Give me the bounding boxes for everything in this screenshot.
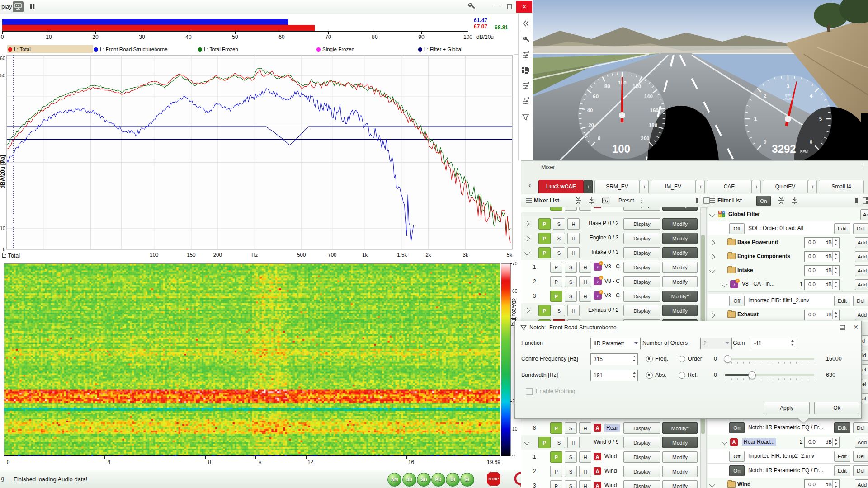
- status-button-3d[interactable]: 3D: [402, 473, 416, 487]
- legend-item[interactable]: L: Total Frozen: [198, 46, 238, 53]
- p-button[interactable]: P: [550, 291, 562, 302]
- modify-button[interactable]: Modify: [662, 218, 698, 230]
- s-button[interactable]: S: [553, 218, 565, 230]
- p-button[interactable]: P: [538, 305, 551, 316]
- p-button[interactable]: P: [550, 262, 562, 273]
- settings-tools-button[interactable]: [467, 1, 477, 12]
- edit-button[interactable]: Edit: [834, 422, 850, 433]
- display-button[interactable]: Display: [623, 451, 660, 463]
- gain-box[interactable]: 0.0dB: [804, 279, 840, 290]
- maximize-button[interactable]: [504, 1, 515, 13]
- s-button[interactable]: S: [565, 422, 577, 434]
- gain-spinner[interactable]: [832, 252, 839, 261]
- order-radio[interactable]: [679, 356, 685, 362]
- mixer-row-V8 - C-4[interactable]: 1PSH♪cV8 - CDisplayModify: [521, 260, 707, 275]
- row-chevron-right-icon[interactable]: [524, 308, 530, 314]
- h-button[interactable]: H: [579, 480, 591, 488]
- modify-button[interactable]: Modify: [662, 207, 698, 211]
- p-button[interactable]: P: [550, 466, 562, 477]
- gain-box[interactable]: 0.0dB: [804, 310, 840, 320]
- tab-lux3-wcae[interactable]: Lux3 wCAE: [538, 180, 584, 193]
- state-toggle-button[interactable]: Off: [729, 451, 745, 462]
- filter-chevron-down-icon[interactable]: [709, 482, 715, 488]
- filter-row-v8-ca-in-[interactable]: ♪cV8 - CA - In...10.0dBAdd: [708, 277, 868, 292]
- gain-input[interactable]: -11: [751, 338, 796, 349]
- s-button[interactable]: S: [565, 276, 577, 287]
- gain-box[interactable]: 0.0dB: [804, 437, 840, 448]
- dialog-close-icon[interactable]: ✕: [853, 324, 859, 331]
- s-button[interactable]: S: [553, 233, 565, 244]
- modify-button[interactable]: Modify: [662, 305, 698, 316]
- function-select[interactable]: IIR Parametr: [590, 338, 641, 349]
- add-button[interactable]: Add: [855, 237, 868, 248]
- cf-spinner[interactable]: [631, 354, 637, 363]
- filter-row-notch-iir-parametric-eq-fr-[interactable]: OnNotch: IIR Parametric EQ / Fr...EditDe…: [708, 421, 868, 435]
- display-button[interactable]: Display: [623, 247, 660, 258]
- filter-row-engine-components[interactable]: Engine Components0.0dBAdd: [708, 249, 868, 264]
- abs-radio[interactable]: [646, 372, 653, 379]
- filter-funnel-icon[interactable]: [521, 113, 530, 122]
- tab-add-button[interactable]: +: [640, 180, 649, 193]
- centre-frequency-input[interactable]: 315: [590, 353, 638, 365]
- minimize-button[interactable]: —: [491, 1, 503, 13]
- collapse-panel-icon[interactable]: [521, 19, 530, 28]
- mixer-row-Intake-3[interactable]: PSHIntake0 / 3DisplayModify: [521, 245, 707, 260]
- status-button-di[interactable]: DI: [446, 473, 460, 487]
- add-button[interactable]: Add: [855, 437, 868, 448]
- filter-row-imported-fir-filtt1-2-unv[interactable]: OffImported FIR: filtt1_2.unvEditDel: [708, 294, 868, 308]
- eq-sliders-2-icon[interactable]: [521, 81, 530, 90]
- mixer-row-Wind-10[interactable]: PSHWind0 / 9DisplayModify: [521, 435, 707, 450]
- status-button-pd[interactable]: PD: [431, 473, 445, 487]
- tab-add-button[interactable]: +: [584, 180, 593, 193]
- eq-sliders-3-icon[interactable]: [521, 97, 530, 106]
- state-toggle-button[interactable]: On: [729, 465, 745, 476]
- tab-add-button[interactable]: +: [696, 180, 705, 193]
- s-button[interactable]: S: [553, 247, 565, 258]
- modify-button[interactable]: Modify: [662, 276, 698, 287]
- edit-button[interactable]: Edit: [834, 451, 850, 462]
- gain-spinner[interactable]: [789, 338, 795, 347]
- filter-row-global-filter[interactable]: MOELGlobal FilterAdd: [708, 207, 868, 222]
- display-button[interactable]: Display: [623, 276, 660, 287]
- add-button[interactable]: Add: [855, 479, 868, 488]
- h-button[interactable]: H: [579, 276, 591, 287]
- display-button[interactable]: Display: [623, 262, 660, 273]
- tab-quietev[interactable]: QuietEV: [763, 180, 808, 193]
- del-button[interactable]: Del: [853, 223, 868, 234]
- del-button[interactable]: Del: [853, 465, 868, 476]
- s-button[interactable]: S: [565, 466, 577, 477]
- del-button[interactable]: Del: [853, 451, 868, 462]
- export-icon[interactable]: [588, 197, 596, 205]
- filter-row-exhaust[interactable]: Exhaust0.0dBAdd: [708, 308, 868, 322]
- modify-button[interactable]: Modify: [662, 466, 698, 477]
- gain-spinner[interactable]: [832, 266, 839, 275]
- filter-chevron-down-icon[interactable]: [722, 439, 727, 445]
- mixer-row-Engine-2[interactable]: PSHEngine0 / 3DisplayModify: [521, 231, 707, 246]
- display-button[interactable]: Display: [623, 207, 660, 211]
- filter-row-wind[interactable]: Wind0.0dBAdd: [708, 478, 868, 488]
- display-button[interactable]: Display: [623, 422, 660, 434]
- filter-chevron-down-icon[interactable]: [722, 282, 727, 287]
- apply-button[interactable]: Apply: [764, 402, 810, 414]
- edit-button[interactable]: Edit: [834, 296, 850, 306]
- modify-button[interactable]: Modify: [662, 262, 698, 273]
- dock-grid-icon[interactable]: [866, 197, 868, 205]
- preset-label[interactable]: Preset: [618, 197, 634, 204]
- s-button[interactable]: S: [565, 480, 577, 488]
- display-button[interactable]: Display: [623, 291, 660, 302]
- tab-back-arrow[interactable]: ‹: [528, 181, 531, 190]
- s-button[interactable]: S: [553, 305, 565, 316]
- modify-button[interactable]: Modify*: [662, 291, 698, 302]
- p-button[interactable]: P: [550, 480, 562, 488]
- legend-item[interactable]: L: Filter + Global: [418, 46, 462, 53]
- filter-row-rear-road-[interactable]: ARear Road...20.0dBAdd: [708, 435, 868, 450]
- modify-button[interactable]: Modify: [662, 247, 698, 258]
- gain-spinner[interactable]: [832, 438, 839, 446]
- display-button[interactable]: Display: [623, 437, 660, 448]
- s-button[interactable]: S: [553, 437, 565, 448]
- h-button[interactable]: H: [579, 207, 591, 211]
- status-button-am[interactable]: AM: [387, 473, 401, 487]
- cf-slider-track[interactable]: [725, 358, 814, 360]
- close-button[interactable]: ✕: [516, 1, 532, 13]
- legend-item[interactable]: L: Total: [8, 46, 31, 53]
